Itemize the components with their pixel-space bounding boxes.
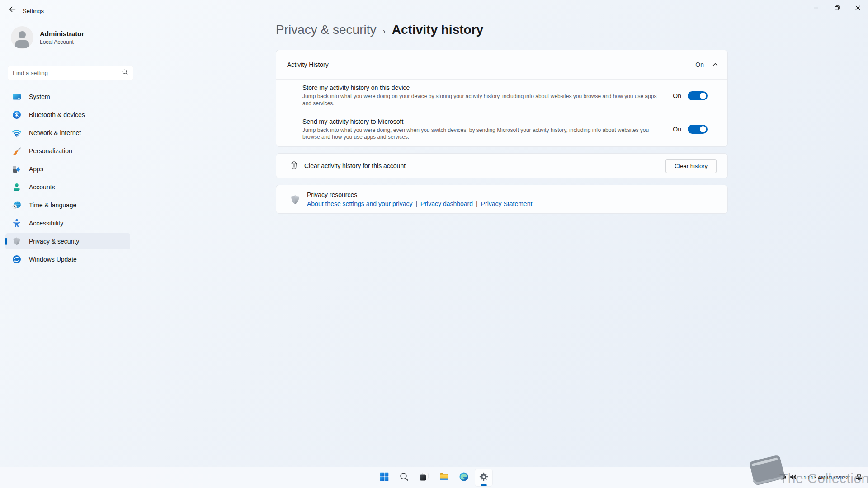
- tray-date: 9/17/2022: [826, 474, 849, 481]
- clock-tray-button[interactable]: 10:13 AM 9/17/2022: [801, 470, 851, 486]
- taskbar-search-button[interactable]: [396, 469, 413, 486]
- sidebar-item-accounts[interactable]: Accounts: [5, 179, 130, 195]
- bluetooth-icon: [12, 110, 22, 120]
- sidebar-item-label: Windows Update: [29, 256, 77, 263]
- toggle-state-label: On: [673, 92, 681, 99]
- sidebar-item-privacy-security[interactable]: Privacy & security: [5, 233, 130, 249]
- activity-history-card: Activity History On Store my activity hi…: [276, 50, 728, 147]
- chevron-up-icon: [712, 61, 718, 68]
- file-explorer-icon: [439, 471, 449, 484]
- sidebar-item-system[interactable]: System: [5, 89, 130, 105]
- edge-button[interactable]: [455, 469, 472, 486]
- restore-button[interactable]: [826, 0, 847, 16]
- page-title: Activity history: [392, 23, 483, 37]
- bell-focus-icon: [855, 473, 863, 483]
- store-activity-history-toggle[interactable]: [688, 91, 708, 100]
- sidebar-item-network-internet[interactable]: Network & internet: [5, 125, 130, 141]
- start-button[interactable]: [376, 469, 393, 486]
- store-activity-history-row: Store my activity history on this device…: [276, 79, 727, 113]
- trash-icon: [289, 160, 299, 172]
- shield-icon: [289, 194, 301, 206]
- network-icon: [778, 473, 786, 483]
- close-icon: [855, 4, 860, 12]
- privacy-resources-title: Privacy resources: [307, 191, 532, 198]
- sidebar-item-apps[interactable]: Apps: [5, 161, 130, 177]
- find-a-setting-searchbox[interactable]: [8, 66, 133, 80]
- link-separator: |: [476, 200, 478, 207]
- send-activity-history-row: Send my activity history to Microsoft Ju…: [276, 113, 727, 147]
- system-tray: 10:13 AM 9/17/2022: [764, 467, 865, 488]
- chevron-up-icon: [767, 474, 773, 482]
- update-arrows-icon: [12, 254, 22, 264]
- user-profile: Administrator Local Account: [11, 26, 84, 49]
- activity-history-expander-header[interactable]: Activity History On: [276, 50, 727, 79]
- close-button[interactable]: [847, 0, 868, 16]
- task-view-button[interactable]: [415, 469, 433, 486]
- window-title: Settings: [23, 8, 44, 14]
- link-about-settings-privacy[interactable]: About these settings and your privacy: [307, 200, 412, 207]
- volume-icon: [789, 473, 797, 483]
- avatar: [11, 26, 33, 49]
- expander-state: On: [695, 61, 704, 68]
- minimize-icon: [814, 4, 819, 12]
- setting-title: Store my activity history on this device: [302, 84, 673, 91]
- expander-title: Activity History: [287, 61, 695, 68]
- back-icon: [9, 5, 16, 15]
- sidebar-item-bluetooth-devices[interactable]: Bluetooth & devices: [5, 107, 130, 123]
- breadcrumb: Privacy & security › Activity history: [276, 23, 728, 42]
- back-button[interactable]: [5, 3, 20, 17]
- system-icon: [12, 92, 22, 102]
- clock-globe-icon: [12, 200, 22, 210]
- setting-description: Jump back into what you were doing on yo…: [302, 93, 660, 108]
- breadcrumb-parent[interactable]: Privacy & security: [276, 23, 377, 37]
- sidebar-item-personalization[interactable]: Personalization: [5, 143, 130, 159]
- link-separator: |: [415, 200, 417, 207]
- wifi-icon: [12, 128, 22, 138]
- link-privacy-statement[interactable]: Privacy Statement: [481, 200, 533, 207]
- profile-account-type: Local Account: [40, 39, 84, 45]
- sidebar-item-time-language[interactable]: Time & language: [5, 197, 130, 213]
- sidebar-item-label: Accounts: [29, 183, 55, 191]
- link-privacy-dashboard[interactable]: Privacy dashboard: [420, 200, 473, 207]
- edge-icon: [458, 471, 469, 484]
- sidebar-item-label: Personalization: [29, 147, 72, 155]
- restore-icon: [835, 4, 840, 12]
- task-view-icon: [419, 471, 429, 484]
- shield-icon: [12, 236, 22, 246]
- titlebar: Settings: [0, 0, 868, 20]
- settings-taskbar-button[interactable]: [475, 469, 492, 486]
- minimize-button[interactable]: [806, 0, 826, 16]
- search-icon: [399, 471, 410, 484]
- taskbar: 10:13 AM 9/17/2022: [0, 467, 868, 488]
- privacy-resources-card: Privacy resources About these settings a…: [276, 185, 728, 214]
- breadcrumb-separator: ›: [383, 26, 386, 36]
- sidebar-item-label: Time & language: [29, 202, 76, 209]
- sidebar-item-accessibility[interactable]: Accessibility: [5, 215, 130, 231]
- toggle-state-label: On: [673, 126, 681, 133]
- profile-name: Administrator: [40, 30, 84, 38]
- search-icon: [122, 69, 128, 77]
- settings-gear-icon: [478, 471, 489, 484]
- clear-activity-history-card: Clear activity history for this account …: [276, 153, 728, 178]
- clear-history-label: Clear activity history for this account: [304, 162, 665, 169]
- send-activity-history-toggle[interactable]: [688, 125, 708, 134]
- sidebar-item-label: Apps: [29, 165, 43, 173]
- clear-history-button[interactable]: Clear history: [665, 159, 717, 173]
- sidebar-item-windows-update[interactable]: Windows Update: [5, 251, 130, 267]
- sidebar-item-label: Network & internet: [29, 129, 81, 136]
- sidebar-item-label: Privacy & security: [29, 238, 79, 245]
- settings-sidebar: Administrator Local Account System Bluet…: [0, 20, 136, 467]
- setting-title: Send my activity history to Microsoft: [302, 118, 673, 125]
- main-content: Privacy & security › Activity history Ac…: [276, 23, 728, 214]
- setting-description: Jump back into what you were doing, even…: [302, 127, 660, 141]
- avatar-person-icon: [19, 31, 26, 38]
- notification-center-button[interactable]: [853, 470, 865, 486]
- accessibility-icon: [12, 218, 22, 228]
- search-input[interactable]: [13, 70, 122, 76]
- sidebar-nav: System Bluetooth & devices Network & int…: [5, 89, 130, 267]
- file-explorer-button[interactable]: [435, 469, 453, 486]
- network-volume-button[interactable]: [776, 470, 799, 486]
- sidebar-item-label: System: [29, 93, 50, 100]
- person-icon: [12, 182, 22, 192]
- hidden-icons-button[interactable]: [764, 470, 775, 486]
